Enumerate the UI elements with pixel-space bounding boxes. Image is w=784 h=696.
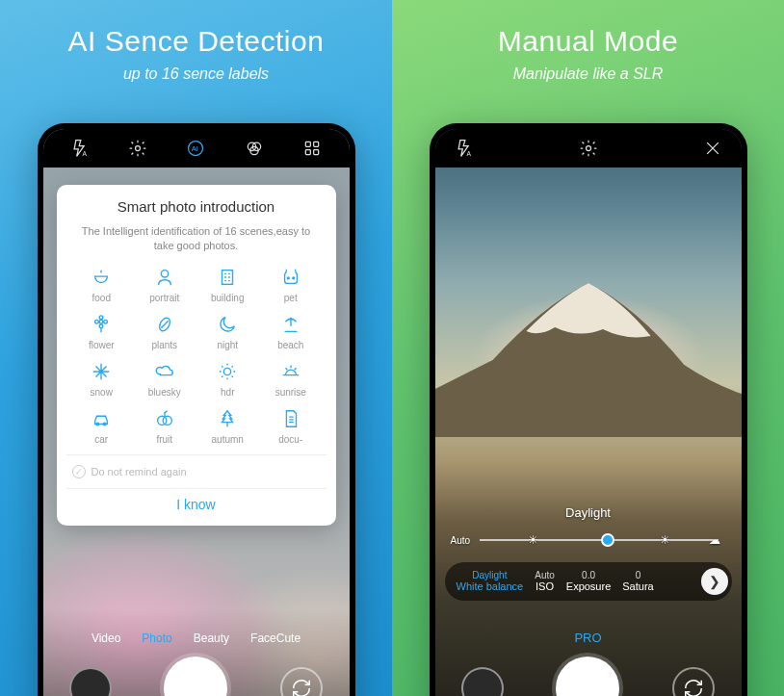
scene-night[interactable]: night	[196, 313, 260, 350]
portrait-icon	[153, 266, 176, 289]
scene-flower[interactable]: flower	[70, 313, 134, 350]
scene-plants[interactable]: plants	[133, 313, 196, 350]
scene-beach[interactable]: beach	[259, 313, 323, 350]
mode-beauty[interactable]: Beauty	[194, 632, 229, 645]
svg-point-19	[99, 324, 103, 328]
flash-auto-icon[interactable]: A	[69, 138, 91, 159]
gallery-thumbnail[interactable]	[461, 667, 504, 696]
scene-building[interactable]: building	[196, 266, 260, 303]
svg-point-25	[163, 416, 171, 425]
scene-autumn[interactable]: autumn	[196, 407, 260, 445]
svg-text:AI: AI	[192, 144, 198, 153]
promo-panel-manual: Manual Mode Manipulate like a SLR A	[392, 0, 784, 696]
scene-sunrise[interactable]: sunrise	[259, 360, 323, 398]
gallery-thumbnail[interactable]	[69, 667, 112, 696]
mode-selector[interactable]: Video Photo Beauty FaceCute	[43, 632, 350, 645]
scene-food[interactable]: food	[70, 266, 134, 303]
settings-icon[interactable]	[127, 138, 148, 159]
pro-exposure[interactable]: 0.0 Exposure	[566, 570, 611, 592]
scene-hdr[interactable]: hdr	[196, 360, 260, 398]
panel-title: AI Sence Detection	[68, 25, 325, 58]
pro-white-balance[interactable]: Daylight White balance	[457, 570, 524, 592]
beach-icon	[279, 313, 302, 336]
slider-knob[interactable]	[601, 533, 614, 547]
close-icon[interactable]	[701, 138, 724, 159]
snow-icon	[90, 360, 113, 383]
camera-topbar: A	[435, 129, 742, 168]
building-icon	[216, 266, 239, 289]
hdr-icon	[216, 360, 239, 383]
svg-point-21	[224, 368, 231, 374]
pet-icon	[279, 266, 302, 289]
camera-bottombar	[43, 657, 350, 696]
panel-subtitle: Manipulate like a SLR	[513, 65, 664, 83]
svg-point-1	[136, 146, 141, 151]
mountain-graphic	[435, 264, 742, 437]
phone-mockup-left: A AI Smart photo introduction The Intell…	[38, 123, 355, 696]
pro-mode-label: PRO	[435, 631, 742, 645]
scene-bluesky[interactable]: bluesky	[133, 360, 196, 398]
pro-saturation[interactable]: 0 Satura	[622, 570, 653, 592]
fruit-icon	[153, 407, 176, 430]
sunrise-icon	[279, 360, 302, 383]
svg-text:A: A	[466, 150, 471, 157]
camera-bottombar	[435, 657, 742, 696]
wb-tick-cloudy-icon[interactable]: ☁	[709, 533, 720, 547]
shutter-button[interactable]	[556, 657, 619, 696]
wb-slider[interactable]: Auto ☀ ☀ ☀ ☁	[451, 528, 726, 553]
svg-rect-7	[306, 142, 311, 146]
svg-point-13	[287, 277, 289, 279]
promo-panel-ai: AI Sence Detection up to 16 sence labels…	[0, 0, 392, 696]
plants-icon	[153, 313, 176, 336]
scene-grid: food portrait building pet flower plants…	[70, 266, 323, 445]
mode-video[interactable]: Video	[91, 632, 120, 645]
pro-settings-strip[interactable]: Daylight White balance Auto ISO 0.0 Expo…	[445, 562, 732, 601]
scene-car[interactable]: car	[70, 407, 134, 445]
autumn-icon	[216, 407, 239, 430]
card-title: Smart photo introduction	[66, 198, 327, 215]
confirm-button[interactable]: I know	[66, 488, 327, 516]
ai-icon[interactable]: AI	[185, 138, 206, 159]
svg-point-14	[293, 277, 295, 279]
card-description: The Intelligent identification of 16 sce…	[78, 224, 315, 254]
document-icon	[279, 407, 302, 430]
slider-track	[480, 539, 719, 541]
flash-auto-icon[interactable]: A	[453, 138, 476, 159]
svg-point-16	[99, 316, 103, 320]
remind-row[interactable]: ✓ Do not remind again	[66, 454, 327, 488]
pro-next-arrow[interactable]: ❯	[701, 568, 728, 595]
mode-photo[interactable]: Photo	[142, 632, 171, 645]
grid-icon[interactable]	[301, 138, 323, 159]
flower-icon	[90, 313, 113, 336]
filter-icon[interactable]	[244, 138, 265, 159]
scene-pet[interactable]: pet	[259, 266, 323, 303]
smart-photo-card: Smart photo introduction The Intelligent…	[57, 185, 336, 526]
camera-switch-button[interactable]	[672, 667, 715, 696]
mode-facecute[interactable]: FaceCute	[250, 632, 301, 645]
panel-title: Manual Mode	[498, 25, 678, 58]
scene-snow[interactable]: snow	[70, 360, 134, 398]
remind-label: Do not remind again	[91, 466, 187, 477]
phone-mockup-right: A Daylight Auto ☀ ☀ ☀ ☁	[430, 123, 747, 696]
scene-document[interactable]: docu-	[259, 407, 323, 445]
car-icon	[90, 407, 113, 430]
panel-subtitle: up to 16 sence labels	[123, 65, 269, 83]
settings-icon[interactable]	[577, 138, 600, 159]
wb-tick-shade-icon[interactable]: ☀	[660, 533, 670, 547]
camera-topbar: A AI	[43, 129, 350, 168]
scene-fruit[interactable]: fruit	[133, 407, 196, 445]
svg-text:A: A	[82, 150, 87, 157]
svg-point-18	[95, 320, 99, 323]
night-icon	[216, 313, 239, 336]
wb-auto-label[interactable]: Auto	[451, 535, 471, 546]
svg-point-15	[99, 320, 103, 323]
scene-portrait[interactable]: portrait	[133, 266, 196, 303]
svg-rect-10	[314, 150, 319, 155]
wb-tick-incandescent-icon[interactable]: ☀	[528, 533, 538, 547]
wb-mode-label: Daylight	[435, 505, 742, 520]
camera-switch-button[interactable]	[280, 667, 323, 696]
pro-iso[interactable]: Auto ISO	[535, 570, 555, 592]
shutter-button[interactable]	[164, 657, 227, 696]
remind-checkbox[interactable]: ✓	[72, 465, 86, 478]
svg-rect-8	[314, 142, 319, 146]
